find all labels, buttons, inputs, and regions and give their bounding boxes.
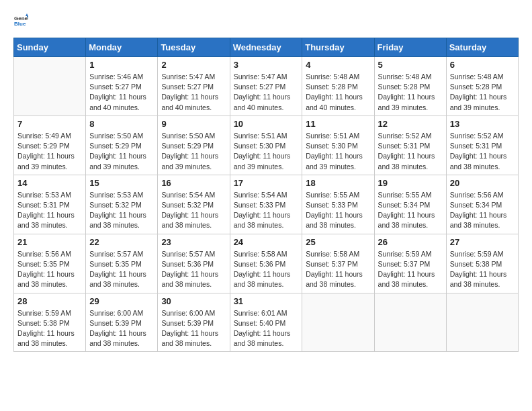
day-number: 14 <box>17 178 82 188</box>
day-number: 22 <box>89 237 154 247</box>
weekday-header-wednesday: Wednesday <box>230 38 302 57</box>
day-info: Sunrise: 5:59 AMSunset: 5:38 PMDaylight:… <box>450 249 515 290</box>
calendar-cell: 23Sunrise: 5:57 AMSunset: 5:36 PMDayligh… <box>158 234 230 293</box>
day-number: 8 <box>89 119 154 129</box>
calendar-cell: 20Sunrise: 5:56 AMSunset: 5:34 PMDayligh… <box>446 175 518 234</box>
day-number: 9 <box>161 119 226 129</box>
day-info: Sunrise: 5:46 AMSunset: 5:27 PMDaylight:… <box>89 72 154 113</box>
svg-marker-2 <box>26 13 28 16</box>
calendar-cell: 2Sunrise: 5:47 AMSunset: 5:27 PMDaylight… <box>158 57 230 116</box>
day-info: Sunrise: 5:54 AMSunset: 5:32 PMDaylight:… <box>161 190 226 231</box>
calendar-cell: 17Sunrise: 5:54 AMSunset: 5:33 PMDayligh… <box>230 175 302 234</box>
weekday-header-tuesday: Tuesday <box>158 38 230 57</box>
day-number: 27 <box>450 237 515 247</box>
calendar-cell: 9Sunrise: 5:50 AMSunset: 5:29 PMDaylight… <box>158 116 230 175</box>
day-number: 1 <box>89 60 154 70</box>
calendar-cell: 6Sunrise: 5:48 AMSunset: 5:28 PMDaylight… <box>446 57 518 116</box>
calendar-cell <box>374 293 446 352</box>
calendar-cell: 3Sunrise: 5:47 AMSunset: 5:27 PMDaylight… <box>230 57 302 116</box>
day-info: Sunrise: 5:58 AMSunset: 5:37 PMDaylight:… <box>306 249 370 290</box>
logo-graphic: General Blue <box>13 13 28 31</box>
day-info: Sunrise: 5:52 AMSunset: 5:31 PMDaylight:… <box>378 131 443 172</box>
day-number: 11 <box>306 119 370 129</box>
day-info: Sunrise: 5:55 AMSunset: 5:33 PMDaylight:… <box>306 190 370 231</box>
day-info: Sunrise: 5:49 AMSunset: 5:29 PMDaylight:… <box>17 131 82 172</box>
calendar-cell: 27Sunrise: 5:59 AMSunset: 5:38 PMDayligh… <box>446 234 518 293</box>
day-number: 15 <box>89 178 154 188</box>
calendar-cell <box>446 293 518 352</box>
calendar: SundayMondayTuesdayWednesdayThursdayFrid… <box>13 38 519 352</box>
day-number: 18 <box>306 178 370 188</box>
calendar-cell: 1Sunrise: 5:46 AMSunset: 5:27 PMDaylight… <box>86 57 158 116</box>
day-number: 23 <box>161 237 226 247</box>
day-number: 13 <box>450 119 515 129</box>
calendar-week-row: 28Sunrise: 5:59 AMSunset: 5:38 PMDayligh… <box>14 293 519 352</box>
day-info: Sunrise: 5:53 AMSunset: 5:31 PMDaylight:… <box>17 190 82 231</box>
calendar-cell: 25Sunrise: 5:58 AMSunset: 5:37 PMDayligh… <box>302 234 374 293</box>
calendar-week-row: 21Sunrise: 5:56 AMSunset: 5:35 PMDayligh… <box>14 234 519 293</box>
day-number: 21 <box>17 237 82 247</box>
day-info: Sunrise: 5:58 AMSunset: 5:36 PMDaylight:… <box>234 249 299 290</box>
day-number: 28 <box>17 296 82 306</box>
day-number: 6 <box>450 60 515 70</box>
day-info: Sunrise: 5:52 AMSunset: 5:31 PMDaylight:… <box>450 131 515 172</box>
day-info: Sunrise: 5:47 AMSunset: 5:27 PMDaylight:… <box>234 72 299 113</box>
weekday-header-sunday: Sunday <box>14 38 86 57</box>
calendar-cell <box>302 293 374 352</box>
day-info: Sunrise: 5:51 AMSunset: 5:30 PMDaylight:… <box>306 131 370 172</box>
day-info: Sunrise: 5:50 AMSunset: 5:29 PMDaylight:… <box>89 131 154 172</box>
day-number: 16 <box>161 178 226 188</box>
day-info: Sunrise: 5:53 AMSunset: 5:32 PMDaylight:… <box>89 190 154 231</box>
calendar-cell: 11Sunrise: 5:51 AMSunset: 5:30 PMDayligh… <box>302 116 374 175</box>
calendar-cell: 10Sunrise: 5:51 AMSunset: 5:30 PMDayligh… <box>230 116 302 175</box>
calendar-week-row: 1Sunrise: 5:46 AMSunset: 5:27 PMDaylight… <box>14 57 519 116</box>
calendar-week-row: 7Sunrise: 5:49 AMSunset: 5:29 PMDaylight… <box>14 116 519 175</box>
calendar-cell: 15Sunrise: 5:53 AMSunset: 5:32 PMDayligh… <box>86 175 158 234</box>
svg-text:Blue: Blue <box>14 21 26 27</box>
calendar-cell: 30Sunrise: 6:00 AMSunset: 5:39 PMDayligh… <box>158 293 230 352</box>
day-info: Sunrise: 5:50 AMSunset: 5:29 PMDaylight:… <box>161 131 226 172</box>
calendar-cell: 7Sunrise: 5:49 AMSunset: 5:29 PMDaylight… <box>14 116 86 175</box>
calendar-cell: 16Sunrise: 5:54 AMSunset: 5:32 PMDayligh… <box>158 175 230 234</box>
day-info: Sunrise: 5:51 AMSunset: 5:30 PMDaylight:… <box>234 131 299 172</box>
day-info: Sunrise: 6:00 AMSunset: 5:39 PMDaylight:… <box>161 308 226 349</box>
day-info: Sunrise: 5:57 AMSunset: 5:35 PMDaylight:… <box>89 249 154 290</box>
day-info: Sunrise: 5:59 AMSunset: 5:37 PMDaylight:… <box>378 249 443 290</box>
calendar-cell: 31Sunrise: 6:01 AMSunset: 5:40 PMDayligh… <box>230 293 302 352</box>
calendar-cell: 26Sunrise: 5:59 AMSunset: 5:37 PMDayligh… <box>374 234 446 293</box>
day-number: 24 <box>234 237 299 247</box>
day-number: 26 <box>378 237 443 247</box>
day-info: Sunrise: 5:56 AMSunset: 5:34 PMDaylight:… <box>450 190 515 231</box>
calendar-cell: 8Sunrise: 5:50 AMSunset: 5:29 PMDaylight… <box>86 116 158 175</box>
weekday-header-monday: Monday <box>86 38 158 57</box>
day-info: Sunrise: 5:48 AMSunset: 5:28 PMDaylight:… <box>378 72 443 113</box>
day-number: 7 <box>17 119 82 129</box>
day-info: Sunrise: 6:01 AMSunset: 5:40 PMDaylight:… <box>234 308 299 349</box>
day-number: 19 <box>378 178 443 188</box>
logo: General Blue <box>13 13 28 31</box>
calendar-week-row: 14Sunrise: 5:53 AMSunset: 5:31 PMDayligh… <box>14 175 519 234</box>
day-info: Sunrise: 5:55 AMSunset: 5:34 PMDaylight:… <box>378 190 443 231</box>
calendar-cell: 18Sunrise: 5:55 AMSunset: 5:33 PMDayligh… <box>302 175 374 234</box>
day-info: Sunrise: 5:59 AMSunset: 5:38 PMDaylight:… <box>17 308 82 349</box>
day-number: 17 <box>234 178 299 188</box>
calendar-cell: 13Sunrise: 5:52 AMSunset: 5:31 PMDayligh… <box>446 116 518 175</box>
day-number: 25 <box>306 237 370 247</box>
calendar-cell: 14Sunrise: 5:53 AMSunset: 5:31 PMDayligh… <box>14 175 86 234</box>
calendar-cell <box>14 57 86 116</box>
day-number: 31 <box>234 296 299 306</box>
calendar-cell: 29Sunrise: 6:00 AMSunset: 5:39 PMDayligh… <box>86 293 158 352</box>
calendar-cell: 22Sunrise: 5:57 AMSunset: 5:35 PMDayligh… <box>86 234 158 293</box>
day-number: 10 <box>234 119 299 129</box>
day-info: Sunrise: 5:56 AMSunset: 5:35 PMDaylight:… <box>17 249 82 290</box>
day-info: Sunrise: 5:47 AMSunset: 5:27 PMDaylight:… <box>161 72 226 113</box>
day-number: 30 <box>161 296 226 306</box>
day-info: Sunrise: 5:48 AMSunset: 5:28 PMDaylight:… <box>306 72 370 113</box>
day-info: Sunrise: 6:00 AMSunset: 5:39 PMDaylight:… <box>89 308 154 349</box>
day-number: 2 <box>161 60 226 70</box>
day-number: 3 <box>234 60 299 70</box>
calendar-cell: 19Sunrise: 5:55 AMSunset: 5:34 PMDayligh… <box>374 175 446 234</box>
day-number: 20 <box>450 178 515 188</box>
day-info: Sunrise: 5:57 AMSunset: 5:36 PMDaylight:… <box>161 249 226 290</box>
weekday-header-row: SundayMondayTuesdayWednesdayThursdayFrid… <box>14 38 519 57</box>
